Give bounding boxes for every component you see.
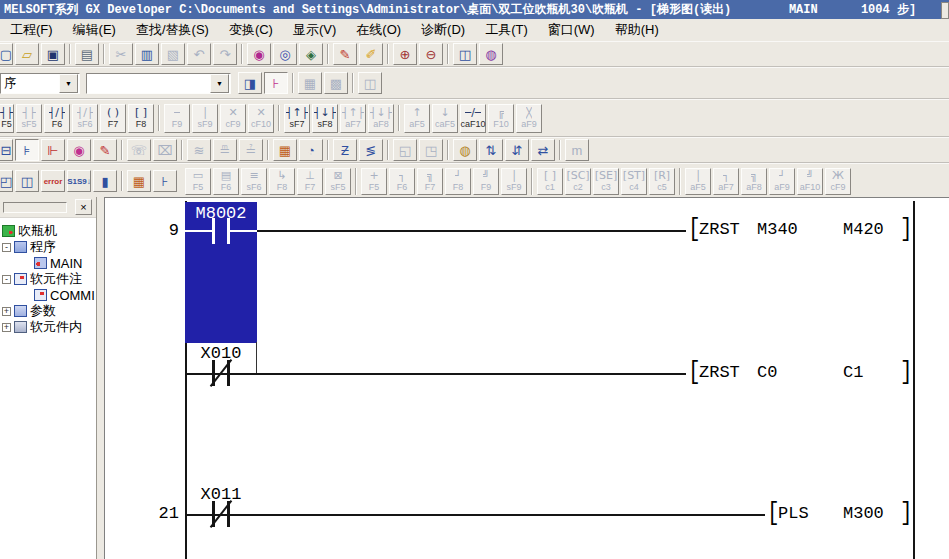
zoom-out-icon[interactable]: ⊖ xyxy=(419,43,443,65)
note-display-icon[interactable]: ⇵ xyxy=(505,139,529,161)
logic-lines-button[interactable]: ▤ F6 xyxy=(213,168,239,195)
new-icon[interactable]: ▢ xyxy=(0,43,13,65)
instruction-zrst-1[interactable]: [ ZRST M340 M420 ] xyxy=(686,219,913,241)
monitor-start-icon[interactable]: ☏ xyxy=(127,139,151,161)
zoom-in-icon[interactable]: ⊕ xyxy=(393,43,417,65)
lcorner-button[interactable]: ┘ aF9 xyxy=(769,168,795,195)
device-find-icon[interactable]: ◉ xyxy=(67,139,91,161)
alias-display-icon[interactable]: ⇄ xyxy=(531,139,555,161)
menu-online[interactable]: 在线(O) xyxy=(346,19,411,41)
edit-cursor[interactable]: M8002 xyxy=(185,202,257,342)
device-memory-icon[interactable]: m xyxy=(565,139,589,161)
parallel-close-contact-button[interactable]: ┤/├ sF6 xyxy=(72,104,98,133)
instruction-pls[interactable]: [ PLS M300 ] xyxy=(765,503,913,525)
rising-pulse-button[interactable]: ┤↑├ sF7 xyxy=(284,104,310,133)
application-instruction-button[interactable]: [ ] F8 xyxy=(128,104,154,133)
statement-display-icon[interactable]: ⇅ xyxy=(479,139,503,161)
close-contact-button[interactable]: ┤/├ F6 xyxy=(44,104,70,133)
entry-monitor-icon[interactable]: ◔ xyxy=(299,139,323,161)
find-device-icon[interactable]: ◎ xyxy=(273,43,297,65)
horizontal-line-button[interactable]: ─ F9 xyxy=(164,104,190,133)
partial-run-icon[interactable]: ▮ xyxy=(93,170,117,192)
coil-sc-button[interactable]: [SC] c2 xyxy=(565,168,591,195)
sidebar-item-parameter[interactable]: + 参数 xyxy=(0,303,96,319)
tree-expander-icon[interactable]: - xyxy=(2,243,11,252)
sidebar-item-comment[interactable]: COMMI xyxy=(0,287,96,303)
comment-display-icon[interactable]: ◍ xyxy=(453,139,477,161)
program-check-icon[interactable]: ▦ xyxy=(127,170,151,192)
chevron-down-icon[interactable]: ▼ xyxy=(59,74,78,93)
find-combo[interactable]: ▼ xyxy=(86,73,231,94)
step-run-icon[interactable]: S1S9↓ xyxy=(67,170,91,192)
sidebar-item-device-comment[interactable]: - 软元件注 xyxy=(0,271,96,287)
line-draw-button[interactable]: ╔ F10 xyxy=(488,104,514,133)
project-data-list-icon[interactable]: ◫ xyxy=(358,72,382,94)
corner-br2-button[interactable]: ╝ F9 xyxy=(473,168,499,195)
ladder-editor[interactable]: 9 M8002 [ ZRST M340 M420 ] X010 [ ZRST C… xyxy=(104,197,949,559)
falling-pulse-button[interactable]: ┤↓├ sF8 xyxy=(312,104,338,133)
tree-expander-icon[interactable]: - xyxy=(2,275,11,284)
title-bar[interactable]: MELSOFT系列 GX Developer C:\Documents and … xyxy=(0,0,949,19)
window-swap-icon[interactable]: ◫ xyxy=(453,43,477,65)
parallel-falling-pulse-button[interactable]: ┤↓├ aF8 xyxy=(368,104,394,133)
open-contact-button[interactable]: ┤├ F5 xyxy=(0,104,14,133)
copy-windows-icon[interactable]: ◫ xyxy=(15,170,39,192)
invert-operation-button[interactable]: ─/─ caF10 xyxy=(460,104,486,133)
open-folder-icon[interactable]: ▱ xyxy=(15,43,39,65)
menu-project[interactable]: 工程(F) xyxy=(0,19,63,41)
tree-expander-icon[interactable]: + xyxy=(2,307,11,316)
menu-help[interactable]: 帮助(H) xyxy=(605,19,669,41)
ladder-insert-icon[interactable]: ✐ xyxy=(359,43,383,65)
falling-pulse-op-button[interactable]: ↓ caF5 xyxy=(432,104,458,133)
coil-st-button[interactable]: [ST] c4 xyxy=(621,168,647,195)
redo-icon[interactable]: ↷ xyxy=(213,43,237,65)
vertical-line-button[interactable]: │ sF9 xyxy=(192,104,218,133)
menu-view[interactable]: 显示(V) xyxy=(283,19,346,41)
tree-expander-icon[interactable]: + xyxy=(2,323,11,332)
find-icon[interactable]: ◉ xyxy=(247,43,271,65)
sidebar-item-main[interactable]: MAIN xyxy=(0,255,96,271)
undo-icon[interactable]: ↶ xyxy=(187,43,211,65)
delete-x-button[interactable]: Ж cF9 xyxy=(825,168,851,195)
panel-splitter[interactable] xyxy=(97,197,104,559)
param-check-icon[interactable]: ▦ xyxy=(298,72,322,94)
sidebar-item-program[interactable]: - 程序 xyxy=(0,239,96,255)
corner-tr-button[interactable]: ┐ F6 xyxy=(389,168,415,195)
paste-icon[interactable]: ▧ xyxy=(161,43,185,65)
ground-button[interactable]: ⊥ F7 xyxy=(297,168,323,195)
project-tree-toggle-icon[interactable]: ⊦ xyxy=(264,72,288,94)
menu-edit[interactable]: 编辑(E) xyxy=(63,19,126,41)
logic-rows-button[interactable]: ≡ sF6 xyxy=(241,168,267,195)
cross-line-button[interactable]: + F5 xyxy=(361,168,387,195)
window-arrange-icon[interactable]: ◰ xyxy=(0,170,13,192)
device-edit-icon[interactable]: ✎ xyxy=(93,139,117,161)
coil-blank-button[interactable]: [ ] c1 xyxy=(537,168,563,195)
find-string-icon[interactable]: ◈ xyxy=(299,43,323,65)
logic-box-button[interactable]: ▭ F5 xyxy=(185,168,211,195)
dock-grip[interactable] xyxy=(3,202,67,213)
status-latch-icon[interactable]: ≶ xyxy=(359,139,383,161)
corner-tr2-button[interactable]: ╗ F7 xyxy=(417,168,443,195)
menu-convert[interactable]: 变换(C) xyxy=(219,19,283,41)
menu-tools[interactable]: 工具(T) xyxy=(475,19,538,41)
cut-icon[interactable]: ✂ xyxy=(109,43,133,65)
ladder-mode-icon[interactable]: ⊟ xyxy=(0,139,13,161)
rising-pulse-op-button[interactable]: ↑ aF5 xyxy=(404,104,430,133)
save-icon[interactable]: ▣ xyxy=(41,43,65,65)
box-x-button[interactable]: ⊠ sF5 xyxy=(325,168,351,195)
coil-se-button[interactable]: [SE] c3 xyxy=(593,168,619,195)
delete-vertical-line-button[interactable]: ✕ cF10 xyxy=(248,104,274,133)
lcorner2-button[interactable]: ╝ aF10 xyxy=(797,168,823,195)
close-icon[interactable]: × xyxy=(75,199,92,215)
chevron-down-icon[interactable]: ▼ xyxy=(210,74,229,93)
sidebar-item-device-memory[interactable]: + 软元件内 xyxy=(0,319,96,335)
tree-display-icon[interactable]: ⊧ xyxy=(15,139,39,161)
vline2-button[interactable]: │ aF5 xyxy=(685,168,711,195)
hcorner2-button[interactable]: ╗ aF8 xyxy=(741,168,767,195)
ladder-write-icon[interactable]: ✎ xyxy=(333,43,357,65)
parallel-open-contact-button[interactable]: ┤├ sF5 xyxy=(16,104,42,133)
parallel-rising-pulse-button[interactable]: ┤↑├ aF7 xyxy=(340,104,366,133)
jump-arrow-button[interactable]: ↳ F8 xyxy=(269,168,295,195)
window-cascade-icon[interactable]: ◳ xyxy=(419,139,443,161)
verify-icon[interactable]: ▩ xyxy=(324,72,348,94)
